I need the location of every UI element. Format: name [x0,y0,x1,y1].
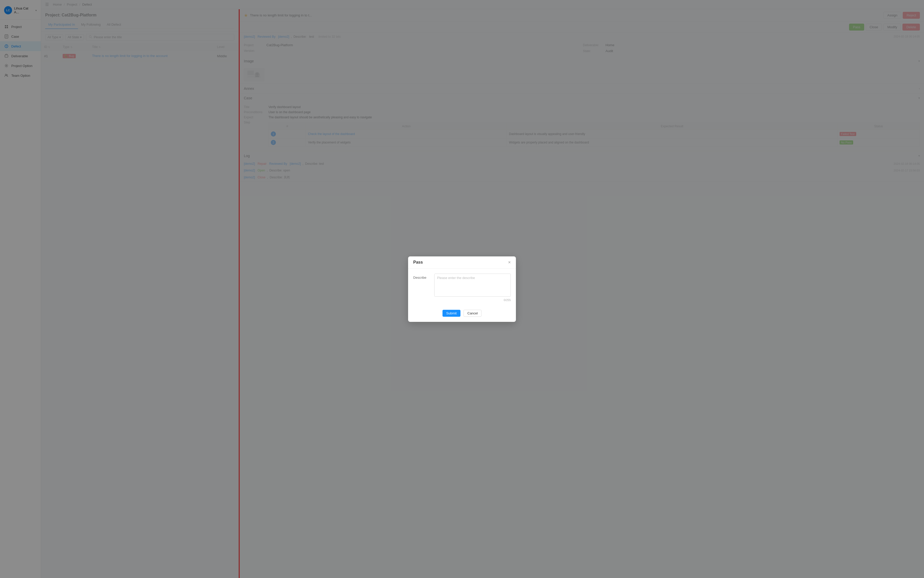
describe-textarea[interactable] [434,274,511,297]
describe-label: Describe [413,274,431,279]
modal-close-button[interactable]: × [508,260,511,265]
cancel-button[interactable]: Cancel [464,310,482,317]
modal-body: Describe 0/255 [408,268,516,307]
modal-footer: Submit Cancel [408,307,516,322]
modal-title: Pass [413,260,423,265]
pass-modal: Pass × Describe 0/255 Submit Cancel [408,257,516,322]
char-count: 0/255 [434,299,511,302]
describe-row: Describe 0/255 [413,274,511,302]
describe-field: 0/255 [434,274,511,302]
submit-button[interactable]: Submit [442,310,460,317]
modal-overlay: Pass × Describe 0/255 Submit Cancel [0,0,924,578]
modal-header: Pass × [408,257,516,268]
